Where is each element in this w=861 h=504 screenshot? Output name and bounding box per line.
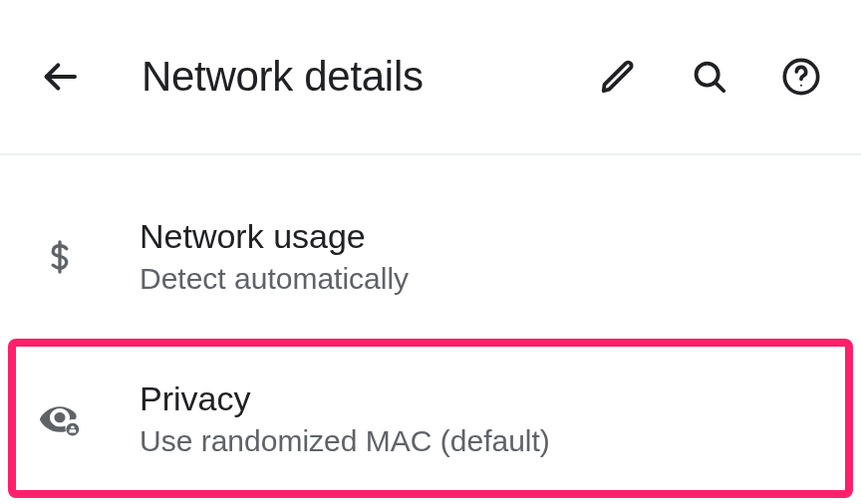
- dollar-icon: [36, 233, 84, 281]
- action-bar: [594, 53, 825, 101]
- page-title: Network details: [142, 53, 594, 101]
- network-usage-item[interactable]: Network usage Detect automatically: [0, 195, 861, 318]
- help-icon: [781, 57, 821, 97]
- item-text: Network usage Detect automatically: [140, 217, 825, 296]
- item-text: Privacy Use randomized MAC (default): [140, 379, 825, 458]
- pencil-icon: [599, 58, 637, 96]
- search-icon: [691, 58, 728, 96]
- arrow-back-icon: [40, 57, 80, 97]
- back-button[interactable]: [36, 53, 84, 101]
- search-button[interactable]: [686, 53, 733, 101]
- help-button[interactable]: [777, 53, 825, 101]
- svg-point-4: [800, 85, 802, 87]
- settings-list: Network usage Detect automatically Priva…: [0, 155, 861, 480]
- privacy-eye-icon: [36, 395, 84, 443]
- edit-button[interactable]: [594, 53, 642, 101]
- app-bar: Network details: [0, 0, 861, 155]
- item-title: Privacy: [140, 379, 825, 418]
- privacy-item[interactable]: Privacy Use randomized MAC (default): [0, 358, 861, 480]
- item-title: Network usage: [140, 217, 825, 256]
- svg-line-2: [716, 83, 724, 92]
- item-subtitle: Detect automatically: [140, 262, 825, 296]
- item-subtitle: Use randomized MAC (default): [140, 424, 825, 458]
